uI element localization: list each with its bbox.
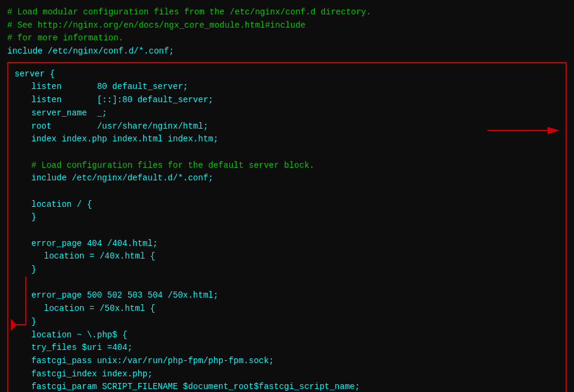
- arrow-right: [487, 123, 560, 138]
- location-50x-open: location = /50x.html {: [14, 302, 560, 316]
- listen-line-2: listen [::]:80 default_server;: [14, 94, 560, 107]
- server-name-line: server_name _;: [14, 107, 560, 120]
- include-default-line: include /etc/nginx/default.d/*.conf;: [14, 172, 560, 185]
- comment-line-2: # See http://nginx.org/en/docs/ngx_core_…: [7, 19, 567, 32]
- blank-1: [14, 146, 560, 159]
- location-root-open: location / {: [14, 198, 560, 212]
- location-40x-open: location = /40x.html {: [14, 250, 560, 263]
- location-40x-close: }: [14, 263, 560, 277]
- include-line: include /etc/nginx/conf.d/*.conf;: [7, 45, 567, 58]
- fastcgi-param-line: fastcgi_param SCRIPT_FILENAME $document_…: [14, 381, 560, 392]
- blank-4: [14, 277, 560, 290]
- try-files-line: try_files $uri =404;: [14, 341, 560, 355]
- fastcgi-index-line: fastcgi_index index.php;: [14, 368, 560, 381]
- error-500-line: error_page 500 502 503 504 /50x.html;: [14, 289, 560, 302]
- server-open: server {: [14, 68, 560, 81]
- server-block: server { listen 80 default_server; liste…: [7, 62, 567, 392]
- comment-server-block: # Load configuration files for the defau…: [14, 159, 560, 173]
- svg-marker-1: [548, 127, 560, 134]
- location-php-open: location ~ \.php$ {: [14, 329, 560, 342]
- location-50x-close: }: [14, 316, 560, 329]
- comment-line-3: # for more information.: [7, 32, 567, 45]
- blank-3: [14, 224, 560, 237]
- blank-2: [14, 185, 560, 198]
- svg-marker-4: [11, 319, 17, 331]
- code-editor: # Load modular configuration files from …: [7, 6, 567, 386]
- listen-line-1: listen 80 default_server;: [14, 81, 560, 94]
- error-404-line: error_page 404 /404.html;: [14, 237, 560, 251]
- fastcgi-pass-line: fastcgi_pass unix:/var/run/php-fpm/php-f…: [14, 355, 560, 368]
- root-line: root /usr/share/nginx/html;: [14, 120, 560, 133]
- location-root-close: }: [14, 211, 560, 224]
- comment-line-1: # Load modular configuration files from …: [7, 6, 567, 19]
- index-line: index index.php index.html index.htm;: [14, 133, 560, 146]
- arrow-down-left: [11, 277, 41, 343]
